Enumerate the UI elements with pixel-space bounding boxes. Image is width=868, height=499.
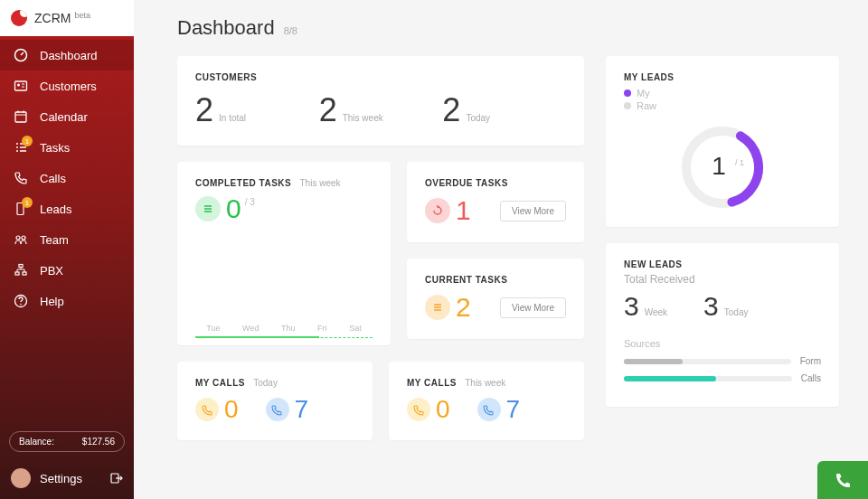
settings-label: Settings xyxy=(40,472,82,485)
sidebar-item-calls[interactable]: Calls xyxy=(0,163,134,193)
legend-dot xyxy=(624,102,631,109)
heading-text: MY CALLS xyxy=(195,378,245,388)
overdue-value: 1 xyxy=(456,195,471,226)
calls-outgoing: 0 xyxy=(195,395,239,424)
team-icon xyxy=(13,232,29,247)
svg-point-3 xyxy=(17,84,20,87)
view-more-button[interactable]: View More xyxy=(500,297,566,318)
card-my-calls-today: MY CALLS Today 0 7 xyxy=(177,362,373,440)
sidebar-item-settings[interactable]: Settings xyxy=(0,461,134,499)
sidebar-item-calendar[interactable]: Calendar xyxy=(0,101,134,132)
badge: 1 xyxy=(22,197,33,208)
overdue-icon xyxy=(425,198,450,223)
balance-pill[interactable]: Balance: $127.56 xyxy=(9,431,125,452)
main: Dashboard 8/8 CUSTOMERS 2 In total 2 Thi… xyxy=(134,0,868,499)
card-heading: CURRENT TASKS xyxy=(425,275,566,285)
axis-label: Fri xyxy=(317,324,327,333)
metric-label: Week xyxy=(645,307,667,317)
phone-in-icon xyxy=(266,398,289,421)
new-leads-today: 3 Today xyxy=(703,291,748,322)
check-list-icon xyxy=(195,196,221,221)
new-leads-subtitle: Total Received xyxy=(624,273,821,286)
new-leads-week: 3 Week xyxy=(624,291,667,322)
card-completed-tasks: COMPLETED TASKS This week 0 / 3 Tue Wed … xyxy=(177,162,391,345)
legend: My Raw xyxy=(624,88,821,111)
sidebar-item-customers[interactable]: Customers xyxy=(0,71,134,101)
logout-icon[interactable] xyxy=(110,472,123,485)
sidebar-label: Help xyxy=(40,295,64,308)
in-value: 7 xyxy=(295,395,309,424)
source-form: Form xyxy=(624,356,821,366)
card-heading: MY CALLS This week xyxy=(407,378,566,388)
legend-item-raw: Raw xyxy=(624,100,821,111)
badge: 1 xyxy=(22,136,33,146)
customers-total: 2 In total xyxy=(195,91,319,129)
calendar-icon xyxy=(13,109,29,124)
balance-label: Balance: xyxy=(19,437,54,447)
svg-point-19 xyxy=(22,236,25,240)
axis-label: Tue xyxy=(206,324,220,333)
nav: Dashboard Customers Calendar 1 Tasks Cal… xyxy=(0,40,134,316)
current-value: 2 xyxy=(456,292,471,323)
legend-item-my: My xyxy=(624,88,821,99)
sidebar-label: Tasks xyxy=(40,141,70,155)
svg-line-1 xyxy=(21,52,24,55)
card-my-leads: MY LEADS My Raw 1 xyxy=(606,56,839,227)
heading-text: COMPLETED TASKS xyxy=(195,178,291,188)
customers-week: 2 This week xyxy=(319,91,443,129)
gauge-icon xyxy=(13,48,29,62)
card-my-calls-week: MY CALLS This week 0 7 xyxy=(389,362,584,440)
source-calls: Calls xyxy=(624,373,821,383)
svg-rect-22 xyxy=(23,272,26,275)
source-label: Calls xyxy=(801,373,821,383)
sidebar-label: Dashboard xyxy=(40,49,98,62)
sidebar-item-dashboard[interactable]: Dashboard xyxy=(0,40,134,71)
metric-label: Today xyxy=(724,307,749,317)
sources-label: Sources xyxy=(624,338,821,349)
svg-point-18 xyxy=(16,236,20,240)
calls-outgoing: 0 xyxy=(407,395,450,424)
page-header: Dashboard 8/8 xyxy=(177,16,850,40)
heading-sub: This week xyxy=(465,378,505,388)
card-overdue-tasks: OVERDUE TASKS 1 View More xyxy=(407,162,584,242)
source-label: Form xyxy=(800,356,821,366)
axis-label: Thu xyxy=(281,324,296,333)
svg-rect-2 xyxy=(15,81,27,90)
card-current-tasks: CURRENT TASKS 2 View More xyxy=(407,259,584,339)
metric-value: 3 xyxy=(624,291,639,322)
phone-out-icon xyxy=(407,398,430,421)
card-heading: OVERDUE TASKS xyxy=(425,178,566,188)
sidebar-item-tasks[interactable]: 1 Tasks xyxy=(0,132,134,163)
view-more-button[interactable]: View More xyxy=(500,201,566,221)
call-fab[interactable] xyxy=(817,461,868,499)
in-value: 7 xyxy=(506,395,521,424)
calls-incoming: 7 xyxy=(266,395,309,424)
leads-ring: 1 / 1 xyxy=(624,124,821,211)
sidebar-item-team[interactable]: Team xyxy=(0,224,134,255)
out-value: 0 xyxy=(436,395,450,424)
sidebar-label: PBX xyxy=(40,264,63,278)
svg-rect-6 xyxy=(15,112,26,122)
card-heading: CUSTOMERS xyxy=(195,72,566,82)
sidebar: ZCRM beta Dashboard Customers Calendar 1… xyxy=(0,0,134,499)
sidebar-label: Customers xyxy=(40,80,97,93)
page-count: 8/8 xyxy=(284,25,297,36)
axis-label: Sat xyxy=(349,324,362,333)
heading-text: MY CALLS xyxy=(407,378,457,388)
sidebar-item-help[interactable]: Help xyxy=(0,286,134,316)
card-heading: COMPLETED TASKS This week xyxy=(195,178,373,188)
sidebar-item-leads[interactable]: 1 Leads xyxy=(0,193,134,224)
sidebar-item-pbx[interactable]: PBX xyxy=(0,255,134,286)
phone-icon xyxy=(13,171,29,185)
page-title: Dashboard xyxy=(177,16,275,40)
legend-label: Raw xyxy=(637,100,656,111)
metric-value: 2 xyxy=(319,91,337,129)
sidebar-label: Calls xyxy=(40,172,66,185)
calls-incoming: 7 xyxy=(477,395,521,424)
app-badge: beta xyxy=(74,11,90,20)
phone-in-icon xyxy=(477,398,501,421)
heading-sub: This week xyxy=(300,178,341,188)
ring-of: / 1 xyxy=(735,158,744,167)
heading-sub: Today xyxy=(253,378,278,388)
phone-out-icon xyxy=(195,398,219,421)
